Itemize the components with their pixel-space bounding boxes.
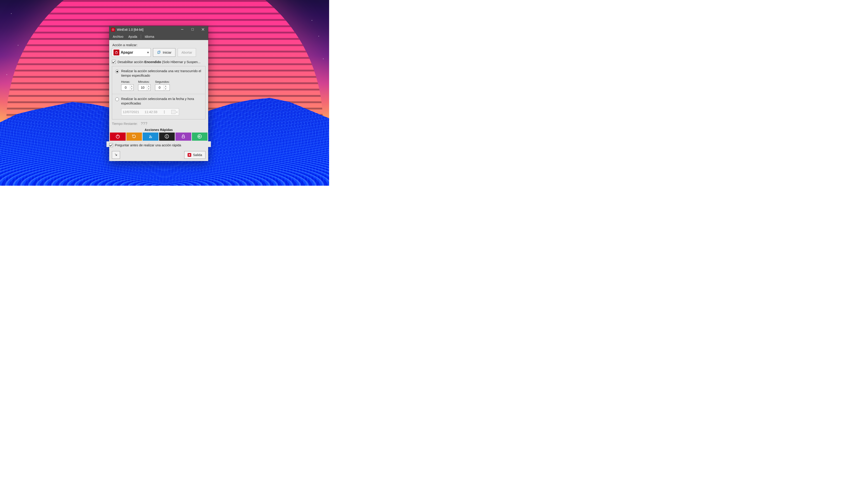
quick-actions: Acciones Rápidas Zz [109, 127, 208, 147]
minutes-label: Minutos: [138, 80, 151, 83]
chevron-down-icon: ▾ [146, 51, 151, 54]
quick-logoff-button[interactable] [192, 133, 208, 141]
hours-spinner[interactable]: ▲▼ [121, 84, 133, 91]
calendar-icon [171, 110, 176, 114]
close-button[interactable] [198, 26, 208, 33]
client-area: Acción a realizar: Apagar ▾ Iniciar A [109, 40, 208, 161]
power-icon [111, 28, 115, 32]
start-button[interactable]: Iniciar [153, 48, 176, 57]
restart-icon [131, 134, 136, 140]
action-label: Acción a realizar: [112, 43, 206, 47]
close-icon [202, 28, 204, 31]
sleep-icon: Zz [149, 135, 152, 139]
remaining-time-value: ??? [141, 122, 148, 126]
window-title: WinExit 1.0 [64-bit] [117, 28, 144, 31]
action-selected-value: Apagar [121, 51, 146, 55]
abort-button: Abortar [178, 48, 196, 57]
datetime-time: 11:42:33 [145, 110, 157, 114]
menubar: Archivo Ayuda Idioma [109, 33, 208, 40]
datetime-picker: 12/07/2021 11:42:33 ▲▼ ▾ [121, 108, 179, 116]
desktop-background: WinExit 1.0 [64-bit] Archivo Ayuda Idiom… [0, 0, 329, 186]
minutes-spinner[interactable]: ▲▼ [138, 84, 151, 91]
svg-rect-3 [192, 29, 194, 31]
disable-action-checkbox[interactable] [112, 60, 116, 64]
radio-elapsed-label: Realizar la acción seleccionada una vez … [121, 69, 202, 78]
svg-rect-13 [182, 136, 184, 138]
exit-button[interactable]: Salida [184, 151, 206, 159]
spinner-up-icon[interactable]: ▲ [130, 85, 133, 88]
seconds-input[interactable] [155, 85, 164, 90]
datetime-date: 12/07/2021 [123, 110, 139, 114]
radio-scheduled-label: Realizar la acción seleccionada en la fe… [121, 97, 202, 106]
quick-actions-title: Acciones Rápidas [109, 127, 208, 133]
spinner-down-icon[interactable]: ▼ [164, 88, 167, 91]
power-icon [114, 50, 119, 55]
app-window: WinExit 1.0 [64-bit] Archivo Ayuda Idiom… [109, 26, 208, 161]
seconds-spinner[interactable]: ▲▼ [155, 84, 170, 91]
hours-label: Horas: [121, 80, 133, 83]
quick-shutdown-button[interactable] [110, 133, 126, 141]
clock-refresh-icon [157, 50, 161, 55]
arrow-down-right-icon [114, 153, 118, 157]
abort-button-label: Abortar [182, 51, 192, 54]
logoff-icon [197, 134, 202, 140]
quick-hibernate-button[interactable] [159, 133, 175, 141]
minimize-icon [181, 28, 184, 31]
remaining-time-row: Tiempo Restante: ??? [112, 122, 206, 126]
chevron-down-icon: ▾ [176, 111, 178, 113]
power-icon [115, 134, 120, 140]
quick-lock-button[interactable] [176, 133, 191, 141]
menu-help[interactable]: Ayuda [126, 34, 140, 39]
remaining-time-label: Tiempo Restante: [112, 122, 138, 125]
collapse-button[interactable] [112, 151, 120, 159]
titlebar[interactable]: WinExit 1.0 [64-bit] [109, 26, 208, 33]
hours-input[interactable] [121, 85, 130, 90]
spinner-up-icon: ▲ [163, 110, 166, 112]
ask-before-label: Preguntar antes de realizar una acción r… [115, 143, 181, 147]
start-button-label: Iniciar [163, 51, 172, 54]
svg-line-16 [115, 153, 117, 155]
exit-icon [188, 153, 191, 157]
maximize-button [187, 26, 198, 33]
ask-before-checkbox[interactable] [109, 143, 113, 147]
spinner-up-icon[interactable]: ▲ [147, 85, 150, 88]
schedule-panel: Realizar la acción seleccionada una vez … [112, 66, 206, 119]
spinner-up-icon[interactable]: ▲ [164, 85, 167, 88]
hibernate-icon [164, 134, 169, 140]
menu-separator [141, 35, 141, 39]
radio-scheduled[interactable] [115, 97, 119, 101]
seconds-label: Segundos: [155, 80, 170, 83]
spinner-down-icon[interactable]: ▼ [130, 88, 133, 91]
lock-icon [181, 134, 186, 140]
action-combo[interactable]: Apagar ▾ [112, 48, 151, 57]
disable-action-label: Desabilitar acción Encendido (Solo Hiber… [118, 60, 200, 64]
quick-sleep-button[interactable]: Zz [143, 133, 158, 141]
minimize-button[interactable] [177, 26, 187, 33]
exit-button-label: Salida [193, 153, 202, 157]
quick-restart-button[interactable] [126, 133, 142, 141]
menu-language[interactable]: Idioma [143, 34, 156, 39]
minutes-input[interactable] [138, 85, 147, 90]
maximize-icon [191, 28, 194, 31]
spinner-down-icon[interactable]: ▼ [147, 88, 150, 91]
spinner-down-icon: ▼ [163, 112, 166, 114]
menu-file[interactable]: Archivo [111, 34, 126, 39]
radio-elapsed[interactable] [115, 70, 119, 73]
